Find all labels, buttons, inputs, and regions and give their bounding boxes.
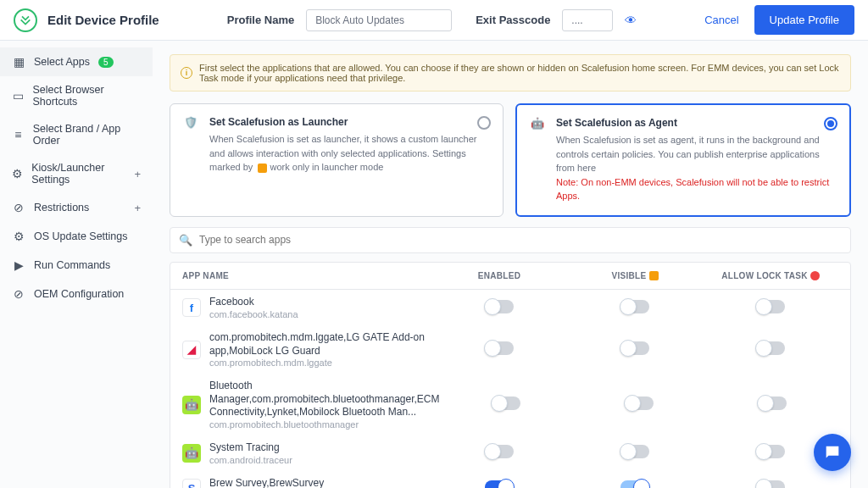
app-icon: 🤖 (182, 396, 201, 414)
col-app-name: APP NAME (182, 271, 431, 281)
sidebar-label: Select Apps (34, 56, 90, 68)
app-icon: S (182, 479, 201, 488)
search-icon: 🔍 (179, 234, 192, 247)
toggle[interactable] (485, 480, 514, 488)
sidebar-label: Select Brand / App Order (33, 123, 141, 147)
toggle[interactable] (758, 396, 787, 410)
sidebar-badge: 5 (98, 57, 114, 68)
info-text: First select the applications that are a… (199, 63, 840, 83)
launcher-radio[interactable] (477, 116, 491, 130)
sidebar-label: Select Browser Shortcuts (33, 84, 141, 108)
brand-icon: ≡ (12, 128, 25, 141)
sidebar-item-kiosk-launcher-settings[interactable]: ⚙Kiosk/Launcher Settings+ (0, 154, 153, 193)
toggle[interactable] (625, 396, 654, 410)
sidebar-label: Kiosk/Launcher Settings (31, 162, 125, 186)
info-icon: i (181, 67, 192, 79)
sidebar: ▦Select Apps5▭Select Browser Shortcuts≡S… (0, 41, 153, 488)
app-row: 🤖Bluetooth Manager,com.promobitech.bluet… (170, 374, 850, 435)
toggle[interactable] (620, 445, 649, 458)
agent-mode-card[interactable]: 🤖 Set Scalefusion as Agent When Scalefus… (515, 103, 851, 217)
expand-icon[interactable]: + (134, 202, 141, 214)
app-name: Facebook (209, 296, 298, 309)
visible-info-icon (649, 271, 659, 280)
toggle[interactable] (756, 300, 785, 313)
toggle[interactable] (620, 300, 649, 313)
app-row: SBrew Survey,BrewSurveycom.promobitech.b… (170, 471, 850, 488)
app-row: fFacebookcom.facebook.katana (170, 290, 850, 325)
launcher-card-title: Set Scalefusion as Launcher (209, 116, 489, 128)
toggle[interactable] (620, 341, 649, 355)
profile-name-label: Profile Name (227, 14, 294, 26)
toggle[interactable] (756, 341, 785, 355)
exit-passcode-label: Exit Passcode (476, 14, 550, 26)
sidebar-item-run-commands[interactable]: ▶Run Commands (0, 251, 153, 280)
app-row: ◢com.promobitech.mdm.lggate,LG GATE Add-… (170, 325, 850, 374)
agent-radio[interactable] (824, 117, 837, 130)
update-profile-button[interactable]: Update Profile (754, 5, 854, 35)
cancel-button[interactable]: Cancel (704, 14, 738, 26)
launcher-marker-icon (258, 164, 267, 173)
app-name: com.promobitech.mdm.lggate,LG GATE Add-o… (209, 331, 431, 358)
sidebar-item-select-apps[interactable]: ▦Select Apps5 (0, 47, 153, 76)
app-name: Bluetooth Manager,com.promobitech.blueto… (209, 380, 439, 419)
app-name: Brew Survey,BrewSurvey (209, 477, 331, 488)
sidebar-item-os-update-settings[interactable]: ⚙OS Update Settings (0, 222, 153, 251)
apps-search[interactable]: 🔍 (170, 227, 851, 253)
toggle[interactable] (756, 480, 785, 488)
toggle[interactable] (485, 445, 514, 458)
sidebar-label: Run Commands (34, 259, 110, 271)
lock-task-info-icon (810, 271, 820, 280)
col-lock-task: ALLOW LOCK TASK (703, 271, 838, 281)
sidebar-item-select-browser-shortcuts[interactable]: ▭Select Browser Shortcuts (0, 76, 153, 115)
app-package: com.promobitech.mdm.lggate (209, 358, 431, 368)
toggle[interactable] (620, 480, 649, 488)
app-icon: 🤖 (182, 444, 201, 463)
sidebar-label: OEM Configuration (34, 288, 124, 300)
toggle[interactable] (485, 300, 514, 313)
app-name: System Tracing (209, 441, 292, 455)
sidebar-item-select-brand-app-order[interactable]: ≡Select Brand / App Order (0, 115, 153, 154)
page-title: Edit Device Profile (47, 13, 159, 27)
sidebar-label: OS Update Settings (34, 230, 127, 242)
app-icon: ◢ (182, 341, 201, 359)
app-row: 🤖System Tracingcom.android.traceur (170, 435, 850, 471)
shield-icon: 🛡️ (184, 116, 199, 131)
sidebar-item-oem-configuration[interactable]: ⊘OEM Configuration (0, 280, 153, 308)
launcher-card-desc: When Scalefusion is set as launcher, it … (209, 132, 489, 175)
restrict-icon: ⊘ (12, 201, 25, 214)
sidebar-label: Restrictions (34, 202, 89, 214)
brand-logo (14, 8, 37, 32)
search-input[interactable] (199, 234, 842, 246)
app-package: com.android.traceur (209, 455, 292, 465)
launcher-mode-card[interactable]: 🛡️ Set Scalefusion as Launcher When Scal… (170, 103, 504, 217)
sidebar-item-restrictions[interactable]: ⊘Restrictions+ (0, 193, 153, 222)
toggle[interactable] (492, 396, 520, 410)
agent-card-desc: When Scalefusion is set as agent, it run… (556, 133, 836, 203)
browser-icon: ▭ (12, 89, 25, 103)
oem-icon: ⊘ (12, 287, 25, 301)
chat-button[interactable] (814, 434, 851, 471)
app-icon: f (182, 298, 201, 317)
exit-passcode-input[interactable] (562, 9, 613, 31)
run-icon: ▶ (12, 258, 25, 272)
update-icon: ⚙ (12, 230, 25, 243)
passcode-visibility-icon[interactable]: 👁 (625, 14, 637, 27)
col-visible: VISIBLE (567, 271, 703, 281)
col-enabled: ENABLED (431, 271, 567, 281)
agent-card-title: Set Scalefusion as Agent (556, 117, 836, 129)
app-package: com.promobitech.bluetoothmanager (209, 419, 439, 430)
kiosk-icon: ⚙ (12, 167, 23, 180)
top-bar: Edit Device Profile Profile Name Exit Pa… (0, 0, 868, 41)
toggle[interactable] (756, 445, 785, 458)
agent-icon: 🤖 (531, 117, 546, 132)
info-banner: i First select the applications that are… (170, 54, 851, 92)
expand-icon[interactable]: + (134, 168, 141, 180)
apps-table-header: APP NAME ENABLED VISIBLE ALLOW LOCK TASK (170, 263, 850, 291)
apps-icon: ▦ (12, 55, 25, 69)
toggle[interactable] (485, 341, 514, 355)
app-package: com.facebook.katana (209, 309, 298, 319)
profile-name-input[interactable] (306, 9, 452, 31)
